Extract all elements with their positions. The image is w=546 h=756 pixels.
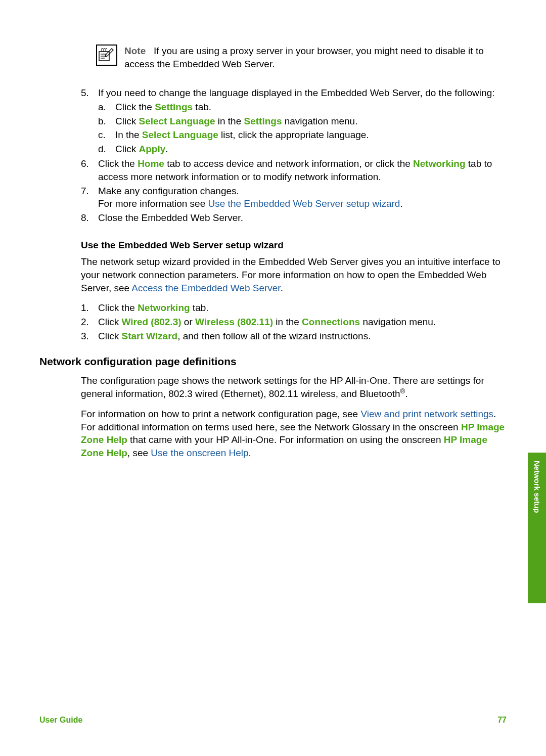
- step-5a: a. Click the Settings tab.: [98, 101, 507, 114]
- note-block: Note If you are using a proxy server in …: [96, 45, 507, 70]
- wizard-step-2: 2. Click Wired (802.3) or Wireless (802.…: [81, 316, 507, 329]
- step-8: 8. Close the Embedded Web Server.: [81, 211, 507, 225]
- step-5c: c. In the Select Language list, click th…: [98, 128, 507, 142]
- step-marker: 8.: [81, 211, 98, 225]
- step-5b: b. Click Select Language in the Settings…: [98, 115, 507, 128]
- main-steps-list: 5. If you need to change the language di…: [81, 86, 507, 224]
- wizard-step-1: 1. Click the Networking tab.: [81, 301, 507, 315]
- settings-bold-2: Settings: [244, 116, 282, 126]
- footer-left: User Guide: [39, 715, 82, 726]
- step-5-sublist: a. Click the Settings tab. b. Click Sele…: [98, 101, 507, 156]
- access-ews-link[interactable]: Access the Embedded Web Server: [131, 283, 280, 293]
- settings-bold: Settings: [155, 102, 193, 112]
- wizard-step-3: 3. Click Start Wizard, and then follow a…: [81, 330, 507, 343]
- select-language-bold-2: Select Language: [142, 129, 218, 140]
- side-tab: Network setup: [528, 453, 546, 603]
- wired-bold: Wired (802.3): [121, 317, 181, 327]
- section-heading-definitions: Network configuration page definitions: [39, 354, 507, 369]
- note-icon: [96, 45, 117, 66]
- subheading-wizard: Use the Embedded Web Server setup wizard: [81, 239, 507, 252]
- onscreen-help-link[interactable]: Use the onscreen Help: [151, 448, 248, 458]
- view-print-link[interactable]: View and print network settings: [360, 409, 493, 419]
- step-marker: 6.: [81, 157, 98, 183]
- apply-bold: Apply: [139, 144, 165, 154]
- setup-wizard-link[interactable]: Use the Embedded Web Server setup wizard: [208, 198, 400, 209]
- note-body: If you are using a proxy server in your …: [124, 46, 484, 69]
- step-5d: d. Click Apply.: [98, 143, 507, 156]
- wizard-intro-para: The network setup wizard provided in the…: [81, 255, 507, 294]
- start-wizard-bold: Start Wizard: [121, 331, 177, 341]
- footer-page-number: 77: [497, 715, 507, 726]
- wireless-bold: Wireless (802.11): [195, 317, 273, 327]
- definitions-para-1: The configuration page shows the network…: [81, 374, 507, 401]
- page-footer: User Guide 77: [39, 715, 507, 726]
- step-6: 6. Click the Home tab to access device a…: [81, 157, 507, 183]
- note-text: Note If you are using a proxy server in …: [124, 45, 507, 70]
- definitions-para-2: For information on how to print a networ…: [81, 408, 507, 460]
- step-marker: 7.: [81, 185, 98, 210]
- networking-bold: Networking: [413, 158, 465, 169]
- home-bold: Home: [138, 158, 164, 169]
- step-5: 5. If you need to change the language di…: [81, 86, 507, 156]
- step-marker: 5.: [81, 86, 98, 156]
- networking-bold-2: Networking: [138, 302, 190, 313]
- step-7: 7. Make any configuration changes. For m…: [81, 185, 507, 210]
- note-label: Note: [124, 46, 146, 56]
- connections-bold: Connections: [302, 317, 360, 327]
- step-5-intro: If you need to change the language displ…: [98, 87, 494, 98]
- wizard-steps-list: 1. Click the Networking tab. 2. Click Wi…: [81, 301, 507, 342]
- select-language-bold: Select Language: [139, 116, 215, 126]
